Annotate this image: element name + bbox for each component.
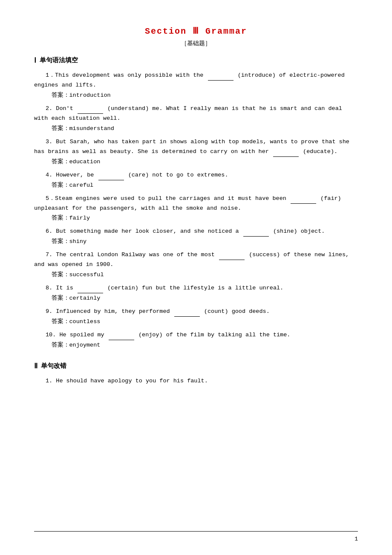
question-10-text: 10. He spoiled my (enjoy) of the film by… [34,330,358,340]
question-4-text: 4. However, be (care) not to go to extre… [34,171,358,180]
answer-6: 答案：shiny [34,237,358,245]
blank-3 [273,156,299,157]
question-5-text: 5．Steam engines were used to pull the ca… [34,194,358,214]
question-10: 10. He spoiled my (enjoy) of the film by… [34,330,358,349]
answer-2: 答案：misunderstand [34,124,358,132]
question-6-text: 6. But something made her look closer, a… [34,227,358,237]
blank-7 [219,260,245,260]
section2: Ⅱ 单句改错 1. He should have apology to you … [34,361,358,386]
page: Section Ⅲ Grammar ［基础题］ Ⅰ 单句语法填空 1．This … [0,0,392,555]
answer-7: 答案：successful [34,271,358,278]
question-1-text: 1．This development was only possible wit… [34,71,358,90]
blank-6 [243,236,269,237]
blank-4 [98,180,124,180]
section1-roman: Ⅰ [34,56,36,65]
question-s2-1-text: 1. He should have apology to you for his… [34,376,358,386]
answer-1: 答案：introduction [34,91,358,99]
question-3-text: 3. But Sarah, who has taken part in show… [34,137,358,157]
answer-9: 答案：countless [34,318,358,325]
blank-5 [291,203,316,204]
answer-4: 答案：careful [34,181,358,189]
blank-10 [109,340,134,340]
question-1: 1．This development was only possible wit… [34,71,358,99]
section2-roman: Ⅱ [34,361,37,370]
answer-10: 答案：enjoyment [34,341,358,349]
question-4: 4. However, be (care) not to go to extre… [34,171,358,189]
question-9-text: 9. Influenced by him, they performed (co… [34,307,358,317]
question-7-text: 7. The central London Railway was one of… [34,250,358,270]
question-s2-1: 1. He should have apology to you for his… [34,376,358,386]
answer-8: 答案：certainly [34,294,358,302]
question-3: 3. But Sarah, who has taken part in show… [34,137,358,165]
section1-heading: Ⅰ 单句语法填空 [34,56,358,65]
bottom-divider [34,531,358,532]
answer-5: 答案：fairly [34,214,358,222]
question-9: 9. Influenced by him, they performed (co… [34,307,358,325]
question-2: 2. Don't (understand) me. What I really … [34,104,358,132]
section2-heading: Ⅱ 单句改错 [34,361,358,370]
blank-2 [78,113,103,114]
page-title: Section Ⅲ Grammar [34,26,358,36]
question-8-text: 8. It is (certain) fun but the lifestyle… [34,283,358,293]
question-2-text: 2. Don't (understand) me. What I really … [34,104,358,124]
blank-8 [78,293,103,293]
blank-1 [208,80,233,81]
section1-label: 单句语法填空 [40,56,78,64]
blank-9 [174,316,200,317]
question-6: 6. But something made her look closer, a… [34,227,358,245]
page-number: 1 [355,536,358,542]
question-7: 7. The central London Railway was one of… [34,250,358,278]
question-8: 8. It is (certain) fun but the lifestyle… [34,283,358,302]
answer-3: 答案：education [34,158,358,165]
question-5: 5．Steam engines were used to pull the ca… [34,194,358,222]
subtitle: ［基础题］ [34,40,358,47]
section2-label: 单句改错 [41,362,66,370]
